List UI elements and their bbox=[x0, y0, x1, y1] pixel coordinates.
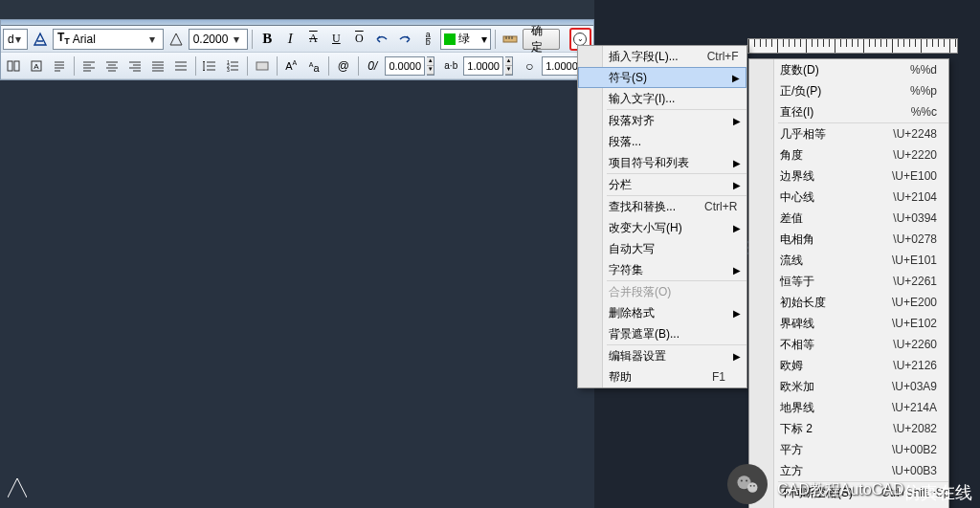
svg-point-46 bbox=[746, 479, 747, 481]
align-right-button[interactable] bbox=[124, 55, 145, 77]
underline-button[interactable]: U bbox=[325, 29, 346, 50]
svg-text:A: A bbox=[33, 62, 39, 71]
menu-item[interactable]: 界碑线\U+E102 bbox=[749, 313, 948, 334]
columns-button[interactable] bbox=[3, 55, 24, 77]
svg-line-41 bbox=[8, 478, 17, 497]
overline-button[interactable]: O bbox=[348, 29, 369, 50]
line-spacing-button[interactable] bbox=[199, 55, 220, 77]
bold-button[interactable]: B bbox=[256, 29, 278, 50]
menu-item[interactable]: 立方\U+00B3 bbox=[749, 460, 948, 481]
menu-item[interactable]: 编辑器设置▶ bbox=[578, 345, 746, 366]
redo-button[interactable] bbox=[394, 29, 415, 50]
menu-item-label: 编辑器设置 bbox=[609, 348, 666, 364]
svg-rect-5 bbox=[14, 61, 19, 71]
align-center-button[interactable] bbox=[101, 55, 122, 77]
ruler-button[interactable] bbox=[500, 29, 521, 50]
menu-item[interactable]: 查找和替换...Ctrl+R bbox=[578, 196, 746, 217]
drawing-canvas[interactable] bbox=[0, 80, 594, 508]
italic-button[interactable]: I bbox=[279, 29, 301, 50]
strikethrough-button[interactable]: A bbox=[302, 29, 323, 50]
oblique-angle-button[interactable]: 0/ bbox=[362, 55, 383, 77]
insert-field-button[interactable] bbox=[252, 55, 273, 77]
wechat-icon bbox=[727, 464, 768, 504]
menu-item[interactable]: 插入字段(L)...Ctrl+F bbox=[578, 46, 746, 67]
menu-item[interactable]: 改变大小写(H)▶ bbox=[578, 217, 746, 238]
separator bbox=[328, 56, 329, 76]
oblique-angle-input[interactable]: 0.0000 bbox=[385, 56, 425, 76]
menu-code: \U+214A bbox=[863, 401, 937, 414]
text-height-input[interactable]: 0.2000 ▾ bbox=[189, 29, 249, 50]
lowercase-button[interactable]: Aa bbox=[303, 55, 324, 77]
menu-item-label: 项目符号和列表 bbox=[609, 155, 689, 171]
menu-item[interactable]: 平方\U+00B2 bbox=[749, 439, 948, 460]
menu-item[interactable]: 初始长度\U+E200 bbox=[749, 292, 948, 313]
paragraph-button[interactable] bbox=[49, 55, 70, 77]
menu-item[interactable]: 电相角\U+0278 bbox=[749, 229, 948, 250]
width-factor-input[interactable]: 1.0000 bbox=[542, 56, 582, 76]
menu-item[interactable]: 输入文字(I)... bbox=[578, 88, 746, 109]
menu-item[interactable]: 段落... bbox=[578, 131, 746, 152]
footer-site-label: 仿真在线 bbox=[903, 481, 972, 504]
color-swatch-icon bbox=[444, 33, 456, 45]
menu-item[interactable]: 几乎相等\U+2248 bbox=[749, 123, 948, 144]
menu-item[interactable]: 边界线\U+E100 bbox=[749, 166, 948, 187]
menu-item-label: 边界线 bbox=[780, 168, 814, 185]
align-distribute-button[interactable] bbox=[170, 55, 191, 77]
stack-button[interactable]: ab bbox=[417, 29, 438, 50]
menu-item[interactable]: 字符集▶ bbox=[578, 259, 746, 280]
menu-code: %%p bbox=[881, 84, 937, 98]
ok-button[interactable]: 确定 bbox=[523, 29, 560, 50]
menu-item[interactable]: 欧米加\U+03A9 bbox=[749, 376, 948, 397]
menu-item[interactable]: 直径(I)%%c bbox=[749, 101, 948, 122]
menu-item[interactable]: 背景遮罩(B)... bbox=[578, 323, 746, 344]
numbering-button[interactable]: 123 bbox=[222, 55, 243, 77]
menu-item[interactable]: 度数(D)%%d bbox=[749, 59, 948, 80]
menu-item[interactable]: 符号(S)▶ bbox=[578, 67, 746, 88]
submenu-arrow-icon: ▶ bbox=[733, 180, 741, 190]
menu-item[interactable]: 地界线\U+214A bbox=[749, 397, 948, 418]
menu-item-label: 流线 bbox=[780, 253, 803, 269]
footer-title: CAD教程AutoCAD bbox=[777, 480, 903, 500]
menu-code: %%c bbox=[882, 105, 937, 119]
menu-item-label: 不相等 bbox=[780, 337, 814, 353]
menu-item-label: 删除格式 bbox=[609, 305, 655, 321]
menu-code: \U+E100 bbox=[863, 169, 937, 183]
undo-button[interactable] bbox=[371, 29, 392, 50]
annotative-toggle[interactable] bbox=[166, 29, 187, 50]
menu-item[interactable]: 差值\U+0394 bbox=[749, 208, 948, 229]
menu-code: \U+2261 bbox=[864, 275, 937, 288]
menu-item[interactable]: 下标 2\U+2082 bbox=[749, 418, 948, 439]
spinner[interactable]: ▲▼ bbox=[505, 56, 513, 76]
menu-item[interactable]: 项目符号和列表▶ bbox=[578, 152, 746, 173]
width-factor-button[interactable]: ○ bbox=[519, 55, 540, 77]
tracking-button[interactable]: a·b bbox=[440, 55, 461, 77]
menu-item[interactable]: 流线\U+E101 bbox=[749, 250, 948, 271]
menu-code: \U+2082 bbox=[864, 422, 937, 435]
menu-item[interactable]: 角度\U+2220 bbox=[749, 144, 948, 166]
tracking-input[interactable]: 1.0000 bbox=[463, 56, 503, 76]
spinner[interactable]: ▲▼ bbox=[427, 56, 434, 76]
menu-item[interactable]: 正/负(P)%%p bbox=[749, 80, 948, 101]
font-dropdown-value: Arial bbox=[73, 33, 145, 46]
align-left-button[interactable] bbox=[78, 55, 100, 77]
mtext-justify-button[interactable]: A bbox=[26, 55, 47, 77]
menu-item-label: 段落... bbox=[609, 134, 641, 150]
menu-item[interactable]: 帮助F1 bbox=[578, 366, 746, 387]
menu-item[interactable]: 自动大写 bbox=[578, 238, 746, 259]
uppercase-button[interactable]: AA bbox=[280, 55, 301, 77]
menu-item-label: 地界线 bbox=[780, 400, 814, 416]
separator bbox=[495, 30, 496, 49]
menu-item[interactable]: 欧姆\U+2126 bbox=[749, 355, 948, 376]
menu-item[interactable]: 段落对齐▶ bbox=[578, 110, 746, 131]
menu-item[interactable]: 不相等\U+2260 bbox=[749, 334, 948, 355]
font-dropdown[interactable]: TT Arial ▾ bbox=[53, 29, 164, 50]
menu-item[interactable]: 恒等于\U+2261 bbox=[749, 271, 948, 292]
menu-item[interactable]: 中心线\U+2104 bbox=[749, 187, 948, 208]
symbol-button[interactable]: @ bbox=[333, 55, 354, 77]
menu-item[interactable]: 删除格式▶ bbox=[578, 302, 746, 323]
color-dropdown[interactable]: 绿 ▾ bbox=[440, 29, 491, 50]
align-justify-button[interactable] bbox=[147, 55, 168, 77]
menu-item[interactable]: 分栏▶ bbox=[578, 174, 746, 195]
style-dropdown[interactable]: d ▾ bbox=[3, 29, 28, 50]
annotative-icon[interactable] bbox=[30, 29, 51, 50]
